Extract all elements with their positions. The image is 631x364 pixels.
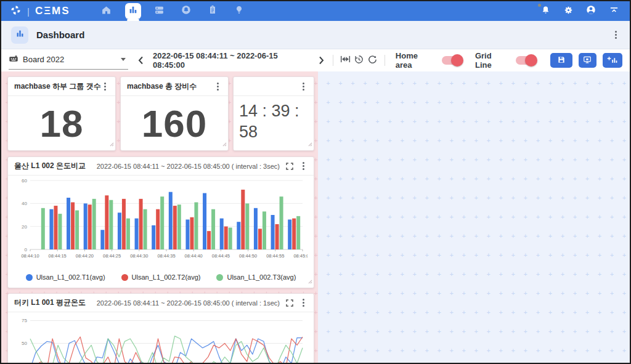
page-menu-button[interactable] bbox=[612, 29, 620, 41]
resize-handle[interactable] bbox=[222, 138, 227, 149]
legend-item[interactable]: Ulsan_L1_002.T2(avg) bbox=[121, 273, 201, 281]
board-icon bbox=[9, 54, 18, 66]
chart-header-right: 2022-06-15 08:44:11 ~ 2022-06-15 08:45:0… bbox=[97, 160, 307, 172]
legend-item[interactable]: Ulsan_L1_002.T3(avg) bbox=[216, 273, 296, 281]
pinwheel-logo-icon bbox=[10, 4, 22, 18]
nav-reports[interactable] bbox=[205, 3, 221, 19]
home-area-toggle-group: Home area bbox=[396, 51, 470, 70]
svg-text:08:44:35: 08:44:35 bbox=[157, 253, 175, 259]
legend-dot bbox=[26, 274, 33, 281]
svg-text:08:44:10: 08:44:10 bbox=[21, 253, 39, 259]
history-button[interactable] bbox=[352, 54, 366, 67]
refresh-button[interactable] bbox=[365, 54, 379, 67]
home-area-label: Home area bbox=[396, 51, 436, 70]
nav-insights[interactable] bbox=[231, 3, 247, 19]
add-chart-button[interactable] bbox=[603, 53, 622, 68]
bar-chart-icon bbox=[128, 5, 138, 17]
nav-alerts[interactable] bbox=[178, 3, 194, 19]
bell-icon bbox=[540, 5, 551, 18]
brand-divider: | bbox=[27, 6, 30, 17]
home-area-toggle[interactable] bbox=[442, 56, 462, 65]
line-chart-plot: 7550 bbox=[14, 313, 307, 364]
svg-text:08:44:50: 08:44:50 bbox=[239, 253, 257, 259]
dashboard-toolbar: Board 2022 2022-06-15 08:44:11 ~ 2022-06… bbox=[1, 49, 630, 71]
nav-devices[interactable] bbox=[152, 3, 168, 19]
widget-menu-button[interactable] bbox=[299, 297, 307, 309]
notification-dot bbox=[538, 4, 541, 7]
page-header: Dashboard bbox=[1, 21, 630, 49]
notifications-button[interactable] bbox=[539, 5, 552, 17]
board-select[interactable]: Board 2022 bbox=[9, 52, 128, 70]
grid-line-toggle[interactable] bbox=[516, 56, 535, 65]
display-button[interactable] bbox=[579, 53, 596, 68]
refresh-icon bbox=[367, 54, 378, 67]
prev-range-button[interactable] bbox=[134, 53, 147, 68]
nav-home[interactable] bbox=[99, 3, 115, 19]
fit-range-button[interactable] bbox=[339, 54, 352, 67]
widget-title: machbase 하부 그룹 갯수 bbox=[14, 81, 101, 92]
dashboard-bars-icon bbox=[15, 29, 25, 41]
brand-logo[interactable]: | CΞMS bbox=[1, 4, 70, 18]
widget-menu-button[interactable] bbox=[299, 81, 307, 92]
history-clock-icon bbox=[354, 54, 364, 67]
svg-text:60: 60 bbox=[22, 178, 27, 184]
resize-handle[interactable] bbox=[110, 138, 114, 149]
next-range-button[interactable] bbox=[315, 53, 327, 68]
bar-chart-body: 604020008:44:1008:44:1508:44:2008:44:250… bbox=[8, 176, 314, 281]
settings-button[interactable] bbox=[562, 5, 574, 17]
chart-header-right: 2022-06-15 08:44:11 ~ 2022-06-15 08:45:0… bbox=[97, 297, 307, 309]
toolbar-divider bbox=[385, 55, 385, 66]
svg-text:0: 0 bbox=[25, 247, 28, 253]
bell-circle-icon bbox=[181, 4, 192, 18]
svg-text:08:45:00: 08:45:00 bbox=[293, 253, 307, 259]
widget-header bbox=[234, 77, 314, 96]
svg-text:08:44:15: 08:44:15 bbox=[49, 253, 67, 259]
server-icon bbox=[154, 5, 165, 18]
expand-icon[interactable] bbox=[285, 299, 294, 307]
collapse-top-icon bbox=[609, 5, 619, 18]
account-button[interactable] bbox=[585, 5, 597, 17]
legend-dot bbox=[216, 274, 223, 281]
legend-label: Ulsan_L1_002.T3(avg) bbox=[227, 273, 296, 281]
display-icon bbox=[583, 55, 592, 66]
widget-header: machbase 하부 그룹 갯수 bbox=[8, 77, 115, 96]
chart-time-range: 2022-06-15 08:44:11 ~ 2022-06-15 08:45:0… bbox=[97, 299, 280, 307]
gear-icon bbox=[563, 5, 574, 18]
widget-value: 18 bbox=[8, 96, 115, 150]
widget-device-count: machbase 총 장비수 160 bbox=[120, 76, 229, 151]
widget-bar-chart: 울산 L1 002 온도비교 2022-06-15 08:44:11 ~ 202… bbox=[7, 156, 314, 288]
widget-header: machbase 총 장비수 bbox=[121, 77, 228, 96]
grid-line-toggle-group: Grid Line bbox=[475, 51, 544, 70]
legend-item[interactable]: Ulsan_L1_002.T1(avg) bbox=[26, 273, 105, 281]
resize-handle[interactable] bbox=[308, 275, 312, 286]
svg-text:08:44:20: 08:44:20 bbox=[76, 253, 94, 259]
grid-line-label: Grid Line bbox=[475, 51, 510, 70]
account-icon bbox=[585, 4, 596, 18]
legend-label: Ulsan_L1_002.T1(avg) bbox=[36, 273, 105, 281]
widget-title: 울산 L1 002 온도비교 bbox=[14, 161, 86, 171]
collapse-top-button[interactable] bbox=[608, 5, 620, 17]
widget-menu-button[interactable] bbox=[101, 81, 109, 92]
board-select-value: Board 2022 bbox=[23, 55, 64, 64]
date-range[interactable]: 2022-06-15 08:44:11 ~ 2022-06-15 08:45:0… bbox=[153, 51, 309, 70]
add-chart-icon bbox=[607, 55, 618, 66]
widget-title: 터키 L1 001 평균온도 bbox=[14, 297, 86, 308]
home-icon bbox=[101, 5, 112, 18]
nav-dashboard[interactable] bbox=[125, 3, 141, 19]
lightbulb-icon bbox=[234, 5, 244, 17]
widget-menu-button[interactable] bbox=[299, 160, 307, 172]
svg-text:50: 50 bbox=[22, 341, 27, 346]
legend-label: Ulsan_L1_002.T2(avg) bbox=[132, 273, 201, 281]
chart-time-range: 2022-06-15 08:44:11 ~ 2022-06-15 08:45:0… bbox=[97, 163, 280, 170]
widget-header: 울산 L1 002 온도비교 2022-06-15 08:44:11 ~ 202… bbox=[8, 157, 314, 176]
save-floppy-icon bbox=[557, 55, 566, 66]
brand-text: CΞMS bbox=[35, 5, 70, 17]
svg-text:08:44:45: 08:44:45 bbox=[212, 253, 230, 259]
widget-clock: 14 : 39 : 58 bbox=[233, 76, 314, 151]
toolbar-divider bbox=[333, 55, 333, 66]
widget-menu-button[interactable] bbox=[214, 81, 222, 92]
toggle-knob bbox=[525, 54, 537, 67]
expand-icon[interactable] bbox=[285, 162, 294, 171]
resize-handle[interactable] bbox=[308, 138, 312, 149]
save-button[interactable] bbox=[550, 53, 572, 68]
